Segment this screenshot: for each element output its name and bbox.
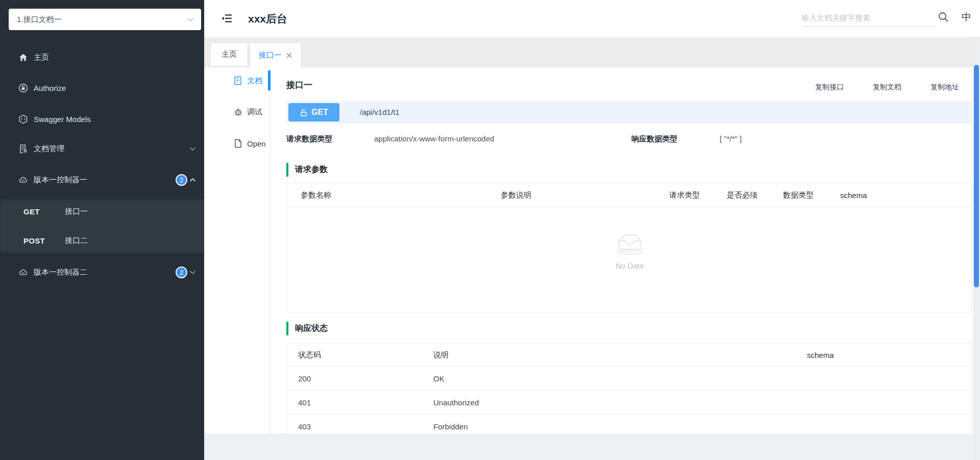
svg-text:API: API xyxy=(21,271,24,274)
sidebar: 1.接口文档一 主页 Authorize Swagger M xyxy=(0,0,204,460)
copy-doc-button[interactable]: 复制文档 xyxy=(873,83,901,92)
api-cloud-icon: API xyxy=(18,175,28,185)
sidebar-api-item-post[interactable]: POST 接口二 xyxy=(0,226,204,255)
search-input[interactable] xyxy=(801,9,937,26)
empty-state-text: No Data xyxy=(287,261,972,270)
vertical-scrollbar[interactable] xyxy=(973,37,980,460)
svg-text:API: API xyxy=(21,179,24,181)
status-code: 401 xyxy=(298,398,433,407)
method-label: POST xyxy=(23,236,65,245)
api-cloud-icon: API xyxy=(18,268,28,277)
sidebar-item-home[interactable]: 主页 xyxy=(0,46,204,68)
doc-tab-open[interactable]: Open xyxy=(204,134,271,153)
doc-tab-label: 文档 xyxy=(247,76,262,86)
column-header: 请求类型 xyxy=(669,190,727,200)
tab-bar: 主页 接口一 xyxy=(204,37,980,67)
section-marker xyxy=(286,163,288,177)
count-badge: 2 xyxy=(176,174,187,186)
sidebar-item-doc-manage[interactable]: 文档管理 xyxy=(0,137,204,160)
doc-tab-label: 调试 xyxy=(247,107,262,117)
top-header: xxx后台 中 xyxy=(204,0,980,37)
project-selector[interactable]: 1.接口文档一 xyxy=(9,9,201,30)
chevron-up-icon xyxy=(189,178,196,182)
method-label: GET xyxy=(23,207,65,216)
chevron-down-icon xyxy=(187,17,194,22)
status-code: 403 xyxy=(298,422,433,431)
request-params-heading: 请求参数 xyxy=(295,164,328,175)
doc-tab-debug[interactable]: 调试 xyxy=(204,103,271,121)
tab-label: 主页 xyxy=(222,50,237,59)
bug-icon xyxy=(234,107,242,116)
endpoint-row: GET /api/v1d1/t1 xyxy=(286,101,972,124)
scrollbar-thumb[interactable] xyxy=(974,65,979,287)
column-header: 说明 xyxy=(433,350,807,360)
app-title: xxx后台 xyxy=(248,0,287,37)
sidebar-item-label: 版本一控制器二 xyxy=(34,268,87,277)
column-header: schema xyxy=(807,351,971,359)
table-row: 401 Unauthorized xyxy=(287,391,971,415)
close-icon[interactable] xyxy=(286,52,292,59)
column-header: 参数说明 xyxy=(501,190,669,200)
doc-tab-document[interactable]: 文档 xyxy=(204,71,271,90)
column-header: schema xyxy=(840,191,971,200)
request-type-value: application/x-www-form-urlencoded xyxy=(374,134,494,143)
doc-search-field xyxy=(801,9,937,27)
doc-tab-label: Open xyxy=(247,139,266,148)
doc-settings-icon xyxy=(18,144,28,154)
copy-api-button[interactable]: 复制接口 xyxy=(815,83,844,92)
status-desc: OK xyxy=(433,374,807,383)
column-header: 状态码 xyxy=(298,350,433,360)
doc-view-sidebar: 文档 调试 Open xyxy=(204,67,271,433)
response-status-heading: 响应状态 xyxy=(295,323,328,334)
chevron-down-icon xyxy=(189,147,196,151)
section-marker xyxy=(286,322,288,335)
project-selector-value: 1.接口文档一 xyxy=(17,15,187,25)
method-badge: GET xyxy=(288,103,339,122)
response-type-value: [ "*/*" ] xyxy=(720,134,742,143)
request-type-label: 请求数据类型 xyxy=(286,134,332,144)
status-desc: Forbidden xyxy=(433,422,807,431)
content-types-row: 请求数据类型 application/x-www-form-urlencoded… xyxy=(271,134,973,144)
language-toggle[interactable]: 中 xyxy=(962,11,971,24)
lock-icon xyxy=(18,83,28,93)
tab-label: 接口一 xyxy=(259,51,282,60)
tab-api-one[interactable]: 接口一 xyxy=(249,42,302,67)
fold-menu-icon[interactable] xyxy=(221,13,233,24)
api-name-label: 接口二 xyxy=(65,236,88,246)
table-row: 403 Forbidden xyxy=(287,415,971,433)
response-status-table: 状态码 说明 schema 200 OK 401 Unauthorized 40… xyxy=(286,343,972,433)
copy-address-button[interactable]: 复制地址 xyxy=(930,83,959,92)
sidebar-api-item-get[interactable]: GET 接口一 xyxy=(0,197,204,226)
column-header: 是否必须 xyxy=(727,190,783,200)
search-icon[interactable] xyxy=(938,12,949,22)
count-badge: 2 xyxy=(176,267,187,278)
column-header: 参数名称 xyxy=(301,190,501,200)
knife4j-app: 1.接口文档一 主页 Authorize Swagger M xyxy=(0,0,980,460)
sidebar-item-authorize[interactable]: Authorize xyxy=(0,77,204,99)
content-footer-area xyxy=(204,433,980,460)
sidebar-item-label: 文档管理 xyxy=(34,144,64,154)
tab-home[interactable]: 主页 xyxy=(210,42,248,66)
table-row: 200 OK xyxy=(287,367,971,391)
home-icon xyxy=(18,53,28,62)
chevron-down-icon xyxy=(189,270,196,275)
response-type-label: 响应数据类型 xyxy=(631,134,677,144)
models-hexagon-icon xyxy=(18,114,28,124)
status-desc: Unauthorized xyxy=(433,398,807,407)
table-header-row: 参数名称 参数说明 请求类型 是否必须 数据类型 schema xyxy=(287,183,971,207)
document-icon xyxy=(234,76,242,85)
sidebar-item-label: Authorize xyxy=(34,84,66,92)
api-title: 接口一 xyxy=(286,79,312,91)
sidebar-item-label: 主页 xyxy=(34,53,49,62)
sidebar-item-controller-two[interactable]: API 版本一控制器二 2 xyxy=(0,261,204,283)
sidebar-item-label: Swagger Models xyxy=(34,115,91,124)
file-icon xyxy=(234,139,242,148)
api-path: /api/v1d1/t1 xyxy=(360,101,400,124)
empty-inbox-icon xyxy=(614,232,646,256)
api-doc-panel: 接口一 复制接口 复制文档 复制地址 GET /api/v1d1/t1 请求数据… xyxy=(271,67,973,433)
method-label: GET xyxy=(311,108,328,117)
sidebar-item-swagger-models[interactable]: Swagger Models xyxy=(0,108,204,130)
column-header: 数据类型 xyxy=(783,190,840,200)
sidebar-item-controller-one[interactable]: API 版本一控制器一 2 xyxy=(0,168,204,191)
controller-one-submenu: GET 接口一 POST 接口二 xyxy=(0,197,204,255)
